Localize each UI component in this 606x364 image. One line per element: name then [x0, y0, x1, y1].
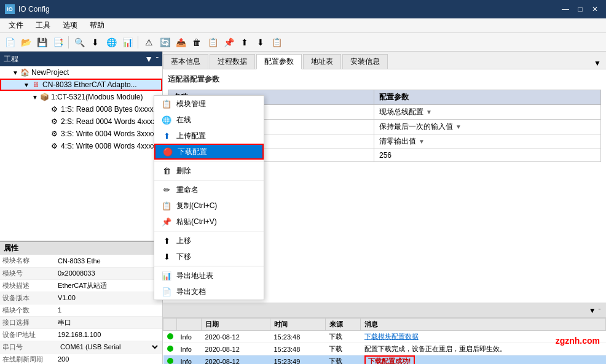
config-cell-val-3[interactable]: 清零输出值 ▼	[374, 134, 600, 149]
toolbar-down2[interactable]: ⬇	[253, 35, 268, 50]
tree-item-cn8033[interactable]: ▼ 🖥 CN-8033 EtherCAT Adapto...	[0, 79, 162, 91]
project-tree[interactable]: ▼ 🏠 NewProject ▼ 🖥 CN-8033 EtherCAT Adap…	[0, 66, 162, 241]
ctx-icon-online: 🌐	[162, 115, 171, 125]
tabs-left: 基本信息 过程数据 配置参数 地址表 安装信息	[163, 54, 389, 69]
ctx-rename[interactable]: ✏ 重命名	[154, 182, 264, 198]
toolbar-upload[interactable]: 📤	[173, 35, 188, 50]
toolbar-delete[interactable]: 🗑	[189, 35, 204, 50]
ctx-upload-config[interactable]: ⬆ 上传配置	[154, 128, 264, 144]
menu-file[interactable]: 文件	[2, 19, 30, 32]
properties-table: 模块名称 CN-8033 Ethe 模块号 0x20008033 模块描述 Et…	[0, 255, 162, 364]
toolbar-saveas[interactable]: 📑	[50, 35, 65, 50]
config-cell-val-1[interactable]: 现场总线配置 ▼	[374, 105, 600, 120]
prop-row-module-name: 模块名称 CN-8033 Ethe	[0, 255, 162, 267]
minimize-button[interactable]: —	[559, 3, 572, 15]
toolbar: 📄 📂 💾 📑 🔍 ⬇ 🌐 📊 ⚠ 🔄 📤 🗑 📋 📌 ⬆ ⬇ 📋	[0, 33, 606, 52]
tabs-pin[interactable]: ▼	[589, 58, 606, 69]
tab-address-table[interactable]: 地址表	[303, 54, 341, 69]
s4-icon: ⚙	[49, 141, 59, 151]
toolbar-open[interactable]: 📂	[18, 35, 33, 50]
prop-row-module-count: 模块个数 1	[0, 304, 162, 316]
toolbar-save[interactable]: 💾	[34, 35, 49, 50]
log-header-pin[interactable]: ▼ ᐨ	[589, 306, 601, 315]
ctx-move-up[interactable]: ⬆ 上移	[154, 233, 264, 249]
tree-arrow-project[interactable]: ▼	[12, 69, 20, 76]
ctx-icon-rename: ✏	[162, 185, 171, 195]
log-time-1: 15:23:48	[270, 331, 326, 343]
prop-row-com: 串口号 COM61 (USB Serial	[0, 341, 162, 353]
ctx-online[interactable]: 🌐 在线	[154, 112, 264, 128]
ctx-paste[interactable]: 📌 粘贴(Ctrl+V)	[154, 214, 264, 230]
log-scroll[interactable]: 日期 时间 来源 消息 Info 2020-08-12 15:23:48 下载	[163, 318, 606, 364]
left-panel: 工程 ▼ ᐨ ▼ 🏠 NewProject ▼ 🖥 CN-8033 EtherC…	[0, 52, 163, 364]
tab-install-info[interactable]: 安装信息	[342, 54, 388, 69]
project-icon: 🏠	[20, 68, 30, 77]
toolbar-up[interactable]: ⬆	[237, 35, 252, 50]
ctx-delete[interactable]: 🗑 删除	[154, 163, 264, 179]
log-row-1: Info 2020-08-12 15:23:48 下载 下载模块配置数据	[163, 331, 606, 343]
tree-arrow-ct5321[interactable]: ▼	[32, 94, 39, 101]
ctx-move-down[interactable]: ⬇ 下移	[154, 249, 264, 265]
menu-tools[interactable]: 工具	[30, 19, 57, 32]
dropdown-arrow-1[interactable]: ▼	[426, 109, 432, 115]
tree-item-s4[interactable]: ▶ ⚙ 4:S: Write 0008 Words 4xxxx	[0, 140, 162, 152]
config-select-wrapper-3: 清零输出值 ▼	[379, 136, 596, 147]
ctx-export-doc[interactable]: 📄 导出文档	[154, 284, 264, 300]
ctx-sep-4	[154, 266, 264, 266]
ctx-copy[interactable]: 📋 复制(Ctrl+C)	[154, 198, 264, 214]
com-select[interactable]: COM61 (USB Serial	[58, 343, 160, 351]
tree-item-ct5321[interactable]: ▼ 📦 1:CT-5321(Modbus Module)	[0, 91, 162, 103]
menu-help[interactable]: 帮助	[84, 19, 111, 32]
dropdown-arrow-2[interactable]: ▼	[455, 123, 462, 130]
toolbar-refresh[interactable]: 🔄	[157, 35, 172, 50]
toolbar-online[interactable]: 🌐	[104, 35, 119, 50]
prop-value-refresh: 200	[55, 353, 162, 364]
tab-config-params[interactable]: 配置参数	[256, 54, 302, 69]
ctx-icon-delete: 🗑	[162, 166, 171, 176]
ctx-icon-move-up: ⬆	[162, 236, 171, 246]
log-indicator-1	[163, 331, 177, 343]
tree-item-project[interactable]: ▼ 🏠 NewProject	[0, 66, 162, 79]
ctx-export-addr[interactable]: 📊 导出地址表	[154, 268, 264, 284]
toolbar-paste[interactable]: 📌	[221, 35, 236, 50]
log-msg-link-1[interactable]: 下载模块配置数据	[364, 333, 419, 340]
toolbar-monitor[interactable]: 📊	[120, 35, 135, 50]
tree-item-s2[interactable]: ▶ ⚙ 2:S: Read 0004 Words 4xxxx	[0, 115, 162, 128]
project-panel-pin[interactable]: ▼ ᐨ	[144, 54, 159, 64]
log-header: ▼ ᐨ	[163, 303, 606, 318]
tree-item-s1[interactable]: ▶ ⚙ 1:S: Read 0008 Bytes 0xxxx	[0, 103, 162, 115]
toolbar-export[interactable]: 📋	[269, 35, 284, 50]
tabs-bar: 基本信息 过程数据 配置参数 地址表 安装信息 ▼	[163, 52, 606, 69]
log-time-3: 15:23:49	[270, 355, 326, 365]
prop-value-module-name: CN-8033 Ethe	[55, 255, 162, 267]
menu-options[interactable]: 选项	[57, 19, 84, 32]
prop-value-module-num: 0x20008033	[55, 267, 162, 279]
toolbar-download[interactable]: ⬇	[88, 35, 103, 50]
prop-label-module-num: 模块号	[0, 267, 55, 279]
tab-basic-info[interactable]: 基本信息	[163, 54, 208, 69]
config-select-val-3: 清零输出值	[379, 136, 416, 147]
toolbar-warn[interactable]: ⚠	[141, 35, 156, 50]
tree-label-cn8033: CN-8033 EtherCAT Adapto...	[42, 80, 137, 89]
tab-process-data[interactable]: 过程数据	[210, 54, 255, 69]
ctx-icon-export-doc: 📄	[162, 287, 171, 296]
dropdown-arrow-3[interactable]: ▼	[419, 138, 425, 145]
prop-label-ip: 设备IP地址	[0, 328, 55, 341]
toolbar-find[interactable]: 🔍	[72, 35, 87, 50]
ctx-label-copy: 复制(Ctrl+C)	[176, 201, 256, 211]
ctx-download-config[interactable]: 🔴 下载配置	[154, 144, 264, 160]
config-cell-val-2[interactable]: 保持最后一次的输入值 ▼	[374, 120, 600, 134]
prop-row-fw-ver: 设备版本 V1.00	[0, 292, 162, 304]
toolbar-new[interactable]: 📄	[2, 35, 17, 50]
close-button[interactable]: ✕	[589, 3, 601, 15]
toolbar-copy[interactable]: 📋	[205, 35, 220, 50]
maximize-button[interactable]: □	[574, 3, 586, 15]
prop-value-com[interactable]: COM61 (USB Serial	[55, 341, 162, 353]
prop-row-module-num: 模块号 0x20008033	[0, 267, 162, 279]
titlebar-controls: — □ ✕	[559, 3, 601, 15]
tree-item-s3[interactable]: ▶ ⚙ 3:S: Write 0004 Words 3xxxx	[0, 128, 162, 140]
prop-value-ip: 192.168.1.100	[55, 328, 162, 341]
tree-arrow-cn8033[interactable]: ▼	[23, 82, 31, 88]
ctx-module-mgmt[interactable]: 📋 模块管理	[154, 96, 264, 112]
context-menu: 📋 模块管理 🌐 在线 ⬆ 上传配置 🔴 下载配置 🗑 删除 ✏ 重命名 📋 复…	[154, 95, 264, 300]
